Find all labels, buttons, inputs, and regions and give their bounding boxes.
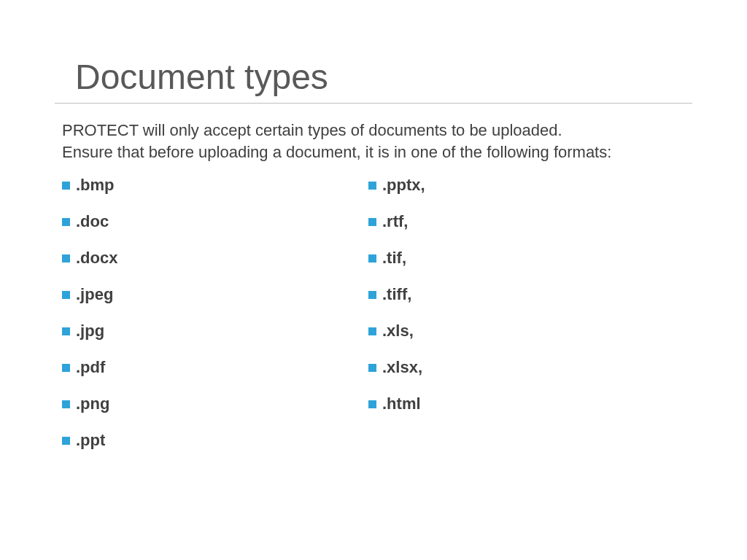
title-underline [55,103,692,104]
list-item: .bmp [62,176,368,195]
list-item: .rtf, [368,212,675,231]
file-extension: .tif, [382,249,406,268]
intro-text: PROTECT will only accept certain types o… [62,120,689,163]
format-columns: .bmp .doc .docx .jpeg .jpg .pdf [62,176,747,467]
bullet-icon [62,437,70,445]
bullet-icon [62,400,70,408]
file-extension: .bmp [76,176,115,195]
bullet-icon [368,182,376,190]
bullet-icon [62,327,70,335]
list-item: .xls, [368,322,675,341]
file-extension: .png [76,394,109,413]
bullet-icon [368,218,376,226]
intro-line-1: PROTECT will only accept certain types o… [62,120,689,141]
file-extension: .pdf [76,358,105,377]
page-title: Document types [75,57,747,103]
bullet-icon [62,364,70,372]
list-item: .html [368,394,675,413]
list-item: .pdf [62,358,368,377]
file-extension: .xlsx, [382,358,422,377]
file-extension: .jpeg [76,285,113,304]
list-item: .png [62,394,368,413]
intro-line-2: Ensure that before uploading a document,… [62,141,689,163]
bullet-icon [368,400,376,408]
bullet-icon [62,254,70,262]
file-extension: .rtf, [382,212,408,231]
list-item: .xlsx, [368,358,675,377]
bullet-icon [368,291,376,299]
file-extension: .doc [76,212,109,231]
list-item: .tif, [368,249,675,268]
bullet-icon [62,218,70,226]
right-column: .pptx, .rtf, .tif, .tiff, .xls, .xlsx, [368,176,675,467]
bullet-icon [62,291,70,299]
slide: Document types PROTECT will only accept … [0,57,747,560]
file-extension: .docx [76,249,117,268]
file-extension: .jpg [76,322,104,341]
file-extension: .html [382,394,421,413]
bullet-icon [368,254,376,262]
list-item: .ppt [62,431,368,450]
file-extension: .xls, [382,322,414,341]
bullet-icon [368,364,376,372]
file-extension: .tiff, [382,285,411,304]
list-item: .docx [62,249,368,268]
list-item: .jpeg [62,285,368,304]
bullet-icon [62,182,70,190]
list-item: .tiff, [368,285,675,304]
list-item: .pptx, [368,176,675,195]
left-column: .bmp .doc .docx .jpeg .jpg .pdf [62,176,368,467]
bullet-icon [368,327,376,335]
list-item: .jpg [62,322,368,341]
file-extension: .ppt [76,431,105,450]
list-item: .doc [62,212,368,231]
file-extension: .pptx, [382,176,425,195]
